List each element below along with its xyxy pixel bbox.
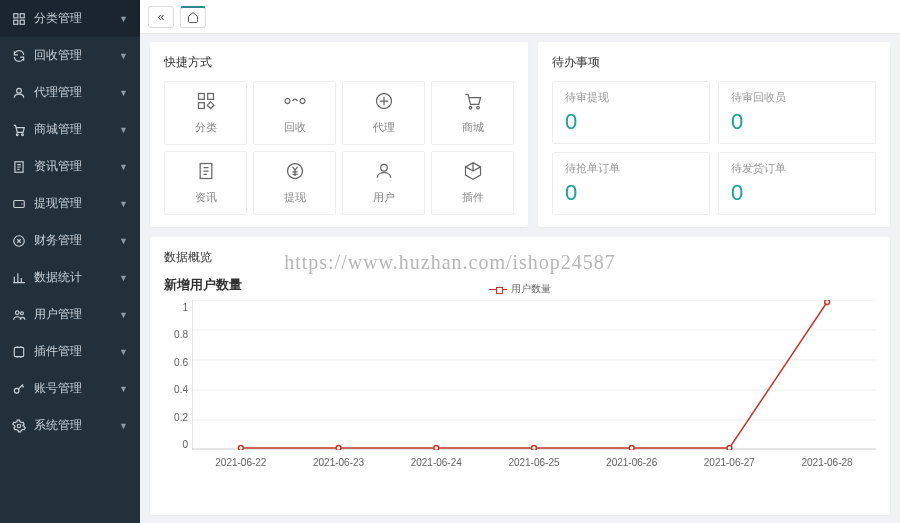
yen-circle-icon — [285, 161, 305, 186]
caret-down-icon: ▼ — [119, 88, 128, 98]
svg-point-33 — [434, 446, 439, 451]
home-icon — [187, 11, 199, 23]
caret-down-icon: ▼ — [119, 236, 128, 246]
todo-grid: 待审提现0 待审回收员0 待抢单订单0 待发货订单0 — [552, 81, 876, 215]
svg-point-37 — [825, 300, 830, 305]
cube-icon — [463, 161, 483, 186]
finance-icon — [12, 234, 26, 248]
sidebar-item-category[interactable]: 分类管理 ▼ — [0, 0, 140, 37]
svg-rect-17 — [198, 103, 204, 109]
tab-back-button[interactable]: « — [148, 6, 174, 28]
chart-x-axis: 2021-06-22 2021-06-23 2021-06-24 2021-06… — [192, 453, 876, 468]
svg-rect-12 — [14, 347, 23, 356]
sidebar-item-label: 资讯管理 — [34, 158, 119, 175]
sidebar-item-statistics[interactable]: 数据统计 ▼ — [0, 259, 140, 296]
panel-title: 快捷方式 — [164, 54, 514, 71]
sidebar-item-label: 分类管理 — [34, 10, 119, 27]
todo-ship-orders[interactable]: 待发货订单0 — [718, 152, 876, 215]
caret-down-icon: ▼ — [119, 384, 128, 394]
quick-plugin[interactable]: 插件 — [431, 151, 514, 215]
caret-down-icon: ▼ — [119, 162, 128, 172]
infinity-icon — [284, 91, 306, 116]
svg-rect-2 — [14, 20, 18, 24]
tab-home-button[interactable] — [180, 6, 206, 28]
caret-down-icon: ▼ — [119, 14, 128, 24]
svg-point-10 — [16, 310, 20, 314]
svg-rect-15 — [198, 94, 204, 100]
svg-point-36 — [727, 446, 732, 451]
sidebar-item-system[interactable]: 系统管理 ▼ — [0, 407, 140, 444]
chart: 用户数量 1 0.8 0.6 0.4 0.2 0 — [164, 300, 876, 468]
quick-panel: 快捷方式 分类 回收 代理 商城 资讯 提现 用户 插件 — [150, 42, 528, 227]
legend-swatch — [489, 289, 507, 290]
quick-withdraw[interactable]: 提现 — [253, 151, 336, 215]
chart-y-axis: 1 0.8 0.6 0.4 0.2 0 — [164, 300, 192, 450]
sidebar-item-label: 插件管理 — [34, 343, 119, 360]
users-icon — [12, 308, 26, 322]
sidebar-item-label: 用户管理 — [34, 306, 119, 323]
quick-recycle[interactable]: 回收 — [253, 81, 336, 145]
sidebar-item-users[interactable]: 用户管理 ▼ — [0, 296, 140, 333]
svg-point-4 — [17, 88, 22, 93]
sidebar-item-accounts[interactable]: 账号管理 ▼ — [0, 370, 140, 407]
svg-point-34 — [532, 446, 537, 451]
svg-point-11 — [20, 311, 23, 314]
sidebar-item-label: 账号管理 — [34, 380, 119, 397]
sidebar-item-mall[interactable]: 商城管理 ▼ — [0, 111, 140, 148]
quick-category[interactable]: 分类 — [164, 81, 247, 145]
caret-down-icon: ▼ — [119, 347, 128, 357]
document-icon — [12, 160, 26, 174]
user-icon — [374, 161, 394, 186]
sidebar-item-recycle[interactable]: 回收管理 ▼ — [0, 37, 140, 74]
quick-news[interactable]: 资讯 — [164, 151, 247, 215]
sidebar-item-withdraw[interactable]: 提现管理 ▼ — [0, 185, 140, 222]
sidebar-item-label: 财务管理 — [34, 232, 119, 249]
category-icon — [196, 91, 216, 116]
svg-rect-1 — [20, 13, 24, 17]
caret-down-icon: ▼ — [119, 310, 128, 320]
caret-down-icon: ▼ — [119, 273, 128, 283]
category-icon — [12, 12, 26, 26]
sidebar-item-label: 代理管理 — [34, 84, 119, 101]
cart-icon — [463, 91, 483, 116]
sidebar: 分类管理 ▼ 回收管理 ▼ 代理管理 ▼ 商城管理 ▼ 资讯管理 ▼ 提现管理 … — [0, 0, 140, 523]
content: 快捷方式 分类 回收 代理 商城 资讯 提现 用户 插件 待办事项 待审提现0 … — [140, 34, 900, 523]
svg-point-32 — [336, 446, 341, 451]
chart-icon — [12, 271, 26, 285]
sidebar-item-news[interactable]: 资讯管理 ▼ — [0, 148, 140, 185]
document-icon — [196, 161, 216, 186]
chart-legend: 用户数量 — [489, 282, 551, 296]
gear-icon — [12, 419, 26, 433]
caret-down-icon: ▼ — [119, 51, 128, 61]
plus-circle-icon — [374, 91, 394, 116]
panel-title: 待办事项 — [552, 54, 876, 71]
key-icon — [12, 382, 26, 396]
todo-withdraw-pending[interactable]: 待审提现0 — [552, 81, 710, 144]
todo-panel: 待办事项 待审提现0 待审回收员0 待抢单订单0 待发货订单0 — [538, 42, 890, 227]
quick-grid: 分类 回收 代理 商城 资讯 提现 用户 插件 — [164, 81, 514, 215]
sidebar-item-finance[interactable]: 财务管理 ▼ — [0, 222, 140, 259]
sidebar-item-label: 回收管理 — [34, 47, 119, 64]
quick-agent[interactable]: 代理 — [342, 81, 425, 145]
wallet-icon — [12, 197, 26, 211]
svg-point-31 — [238, 446, 243, 451]
main: « 快捷方式 分类 回收 代理 商城 资讯 提现 用户 插件 待办事项 — [140, 0, 900, 523]
caret-down-icon: ▼ — [119, 421, 128, 431]
sidebar-item-agent[interactable]: 代理管理 ▼ — [0, 74, 140, 111]
svg-point-23 — [380, 164, 387, 171]
chart-svg — [192, 300, 876, 450]
recycle-icon — [12, 49, 26, 63]
sidebar-item-label: 系统管理 — [34, 417, 119, 434]
todo-recycler-pending[interactable]: 待审回收员0 — [718, 81, 876, 144]
quick-mall[interactable]: 商城 — [431, 81, 514, 145]
sidebar-item-plugins[interactable]: 插件管理 ▼ — [0, 333, 140, 370]
svg-point-5 — [16, 133, 18, 135]
svg-point-6 — [22, 133, 24, 135]
panel-title: 数据概览 — [164, 249, 876, 266]
quick-user[interactable]: 用户 — [342, 151, 425, 215]
svg-rect-3 — [20, 20, 24, 24]
todo-grab-orders[interactable]: 待抢单订单0 — [552, 152, 710, 215]
svg-rect-0 — [14, 13, 18, 17]
agent-icon — [12, 86, 26, 100]
sidebar-item-label: 数据统计 — [34, 269, 119, 286]
